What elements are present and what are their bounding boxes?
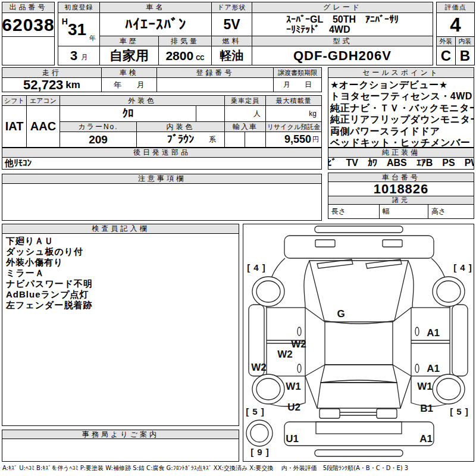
interior-color-suffix: 系: [209, 134, 216, 145]
inspector-note-line: AdBlueランプ点灯: [2, 289, 89, 300]
sales-points-box: ★オークションデビュー★ トヨタセーフティセンス・4WD 純正ナビ・ＴＶ・バック…: [328, 77, 474, 148]
fuel-value: 軽油: [211, 46, 252, 65]
color-number-value: 209: [60, 131, 137, 148]
caution-box: [2, 183, 322, 221]
recycle-deposit-value-cell: 9,550 円: [265, 131, 322, 148]
score-value: 4: [436, 12, 475, 37]
chassis-number-value: 1018826: [328, 181, 474, 196]
registration-number-header: 登録番号: [156, 67, 274, 78]
import-car-cell-2: [245, 131, 266, 148]
displacement-value-cell: 2800 CC: [158, 46, 212, 65]
first-registration-header: 初度登録: [58, 2, 100, 13]
spec-width-cell: 幅: [379, 204, 428, 219]
inspector-note-line: 外装小傷有り: [2, 257, 63, 268]
inspector-note-line: 左フェンダー脱着跡: [2, 300, 92, 311]
history-header: 車歴: [99, 36, 159, 46]
office-notice-box: [2, 439, 239, 462]
capacity-header: 乗車定員: [224, 95, 266, 106]
recycle-deposit-unit: 円: [312, 135, 319, 144]
exterior-color-extra-cell: [196, 105, 225, 122]
grade-line1: ｽｰﾊﾟｰGL 50TH ｱﾆﾊﾞｰｻﾘ: [286, 14, 399, 24]
tire-depth-marker-4: [ 4 ]: [453, 262, 472, 273]
mileage-header: 走行: [2, 67, 102, 78]
displacement-header: 排気量: [158, 36, 212, 46]
tire-depth-marker-5: [ 5 ]: [246, 406, 265, 416]
inspector-notes-header: 検査員記入欄: [2, 224, 239, 234]
spec-length-cell: 長さ: [328, 204, 380, 219]
equipment-value: ﾅﾋﾞ TV ｶﾜ ABS ｴｱB PS PW: [328, 157, 474, 170]
tire-depth-marker-9: [ 9 ]: [250, 447, 270, 457]
tire-depth-marker-4: [ 4 ]: [247, 262, 266, 273]
spec-header: 諸元: [328, 196, 474, 205]
equipment-header: 純正装備: [328, 148, 474, 158]
first-registration-month: 3: [70, 48, 77, 64]
payload-header: 最大積載量: [265, 95, 322, 106]
damage-marker-W2: W2: [251, 362, 267, 374]
exterior-grade-header: 外装: [436, 36, 456, 46]
tire-depth-marker-5: [ 5 ]: [450, 406, 469, 416]
first-registration-year: 31: [68, 20, 86, 39]
car-name-value: ﾊｲｴｰｽﾊﾞﾝ: [99, 12, 212, 36]
damage-marker-W1: W1: [286, 381, 301, 393]
import-car-cell-1: [224, 131, 245, 148]
sales-point-line: 純正リアフリップダウンモニター: [328, 114, 474, 125]
sales-points-header: セールスポイント: [328, 67, 474, 78]
door-shape-header: ドア形状: [211, 2, 252, 13]
mileage-unit: km: [65, 79, 80, 91]
exterior-color-value: ｸﾛ: [60, 105, 196, 122]
color-number-header: カラーNo.: [60, 121, 137, 132]
transfer-deadline-header: 譲渡書類期限: [273, 67, 322, 78]
sales-point-line: ★オークションデビュー★: [328, 79, 448, 90]
inspector-note-line: 下廻りＡＵ: [2, 236, 54, 246]
damage-marker-A1: A1: [427, 327, 440, 339]
aircon-value: AAC: [26, 105, 60, 148]
capacity-value-cell: 人: [224, 105, 266, 122]
damage-marker-B1: B1: [420, 403, 433, 415]
shift-value: IAT: [2, 105, 27, 148]
displacement-value: 2800: [165, 49, 193, 63]
payload-value-cell: kg: [265, 105, 322, 122]
interior-color-value-cell: ﾌﾞﾗｳﾝ 系: [136, 131, 225, 148]
history-value: 自家用: [99, 46, 159, 65]
damage-marker-A1: A1: [427, 363, 440, 375]
legend-text: A:ｷｽﾞ U:ﾍｺﾐ B:ｷｽﾞを伴うﾍｺﾐ P:要塗装 W:補修跡 S:錆 …: [2, 464, 475, 472]
lot-number-empty-cell: [2, 36, 55, 65]
recycle-deposit-value: 9,550: [284, 133, 311, 146]
inspection-header: 車検: [101, 67, 157, 78]
first-registration-year-cell: H 31 年: [58, 12, 100, 46]
chassis-number-header: 車台番号: [328, 173, 474, 182]
registration-number-value: [156, 77, 274, 92]
damage-marker-U1: U1: [286, 433, 299, 445]
sales-point-line: トヨタセーフティセンス・4WD: [328, 90, 472, 102]
import-car-header: 輸入車: [224, 121, 266, 132]
displacement-unit: CC: [196, 55, 204, 61]
sales-point-line: 両側パワースライドドア: [328, 126, 440, 137]
fuel-header: 燃料: [211, 36, 252, 46]
vehicle-diagram-box: [ 4 ][ 4 ][ 5 ][ 5 ][ 9 ]GW2W2W2A1A1W1W1…: [243, 224, 474, 462]
exterior-grade-value: C: [436, 46, 456, 65]
lot-number-header: 出品番号: [2, 2, 55, 13]
damage-marker-U2: U2: [287, 402, 300, 414]
shift-header: シフト: [2, 95, 27, 106]
exterior-color-header: 外装色: [60, 95, 225, 106]
recycle-deposit-header: リサイクル預託金: [265, 121, 322, 132]
grade-value: ｽｰﾊﾟｰGL 50TH ｱﾆﾊﾞｰｻﾘ ｰﾘﾐﾃｯﾄﾞ 4WD: [252, 12, 433, 36]
lot-number-value: 62038: [2, 12, 55, 37]
later-parts-header: 後日発送部品: [2, 148, 322, 158]
interior-grade-header: 内装: [455, 36, 475, 46]
inspector-note-line: ダッシュ板のり付: [2, 246, 83, 257]
damage-marker-A1: A1: [419, 433, 433, 445]
model-code-value: QDF-GDH206V: [252, 46, 433, 65]
year-unit: 年: [89, 34, 96, 43]
aircon-header: エアコン: [26, 95, 60, 106]
inspector-note-line: ナビパスワード不明: [2, 278, 93, 289]
inspection-value: 年 月: [101, 77, 157, 92]
inspector-note-line: ミラーＡ: [2, 268, 45, 278]
damage-marker-W2: W2: [277, 349, 293, 361]
mileage-value: 52,723: [23, 77, 63, 92]
inspector-notes-box: 下廻りＡＵ ダッシュ板のり付 外装小傷有り ミラーＡ ナビパスワード不明 AdB…: [2, 233, 239, 426]
score-header: 評価点: [436, 2, 475, 13]
interior-color-value: ﾌﾞﾗｳﾝ: [167, 133, 194, 146]
spec-height-cell: 高さ: [428, 204, 474, 219]
car-name-header: 車名: [99, 2, 212, 13]
